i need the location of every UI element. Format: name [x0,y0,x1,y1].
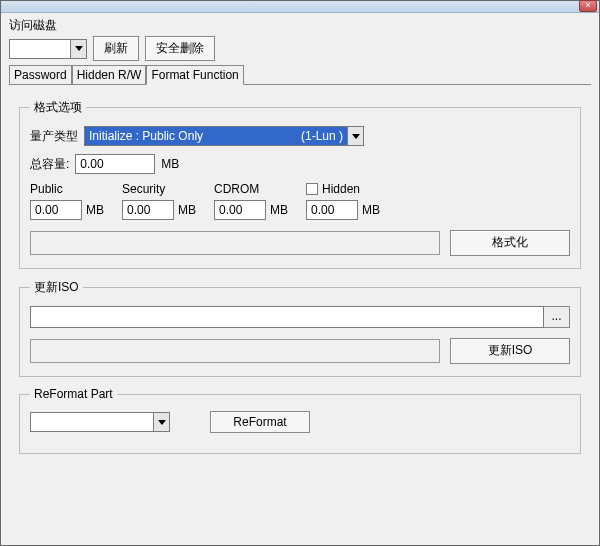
public-label: Public [30,182,104,196]
production-type-value-left: Initialize : Public Only [89,129,203,143]
cdrom-label: CDROM [214,182,288,196]
hidden-checkbox[interactable]: Hidden [306,182,380,196]
cdrom-unit: MB [270,203,288,217]
tab-strip: Password Hidden R/W Format Function [9,65,591,85]
update-iso-button[interactable]: 更新ISO [450,338,570,364]
group-update-iso-legend: 更新ISO [30,279,83,296]
content-area: 访问磁盘 刷新 安全删除 Password Hidden R/W Format … [1,13,599,480]
format-progress [30,231,440,255]
disk-select-arrow[interactable] [70,40,86,58]
refresh-button[interactable]: 刷新 [93,36,139,61]
reformat-button[interactable]: ReFormat [210,411,310,433]
iso-path-input[interactable] [30,306,544,328]
safe-delete-button[interactable]: 安全删除 [145,36,215,61]
titlebar: × [1,1,599,13]
hidden-label: Hidden [322,182,360,196]
hidden-unit: MB [362,203,380,217]
hidden-input[interactable] [306,200,358,220]
production-type-select[interactable]: Initialize : Public Only (1-Lun ) [84,126,364,146]
chevron-down-icon [158,420,166,425]
tab-panel-format: 格式选项 量产类型 Initialize : Public Only (1-Lu… [9,85,591,472]
reformat-part-value [31,413,153,431]
group-format-options: 格式选项 量产类型 Initialize : Public Only (1-Lu… [19,99,581,269]
security-input[interactable] [122,200,174,220]
chevron-down-icon [75,46,83,51]
group-format-options-legend: 格式选项 [30,99,86,116]
close-button[interactable]: × [579,0,597,12]
format-button[interactable]: 格式化 [450,230,570,256]
total-capacity-input[interactable] [75,154,155,174]
total-capacity-label: 总容量: [30,156,69,173]
group-reformat-part-legend: ReFormat Part [30,387,117,401]
group-update-iso: 更新ISO ... 更新ISO [19,279,581,377]
reformat-part-arrow[interactable] [153,413,169,431]
partition-sizes: Public MB Security MB [30,182,570,220]
total-capacity-unit: MB [161,157,179,171]
chevron-down-icon [352,134,360,139]
public-input[interactable] [30,200,82,220]
cdrom-input[interactable] [214,200,266,220]
iso-browse-button[interactable]: ... [544,306,570,328]
reformat-part-select[interactable] [30,412,170,432]
tab-hidden-rw[interactable]: Hidden R/W [72,65,147,84]
close-icon: × [585,0,590,10]
iso-progress [30,339,440,363]
production-type-value: Initialize : Public Only (1-Lun ) [85,127,347,145]
disk-access-label: 访问磁盘 [9,17,591,34]
tab-password[interactable]: Password [9,65,72,84]
production-type-arrow[interactable] [347,127,363,145]
disk-select[interactable] [9,39,87,59]
checkbox-icon [306,183,318,195]
public-unit: MB [86,203,104,217]
production-type-label: 量产类型 [30,128,78,145]
tab-format-function[interactable]: Format Function [146,65,243,85]
group-reformat-part: ReFormat Part ReFormat [19,387,581,454]
production-type-value-right: (1-Lun ) [301,129,343,143]
disk-select-value [10,40,70,58]
security-unit: MB [178,203,196,217]
app-window: × 访问磁盘 刷新 安全删除 Password Hidden R/W Forma… [0,0,600,546]
security-label: Security [122,182,196,196]
